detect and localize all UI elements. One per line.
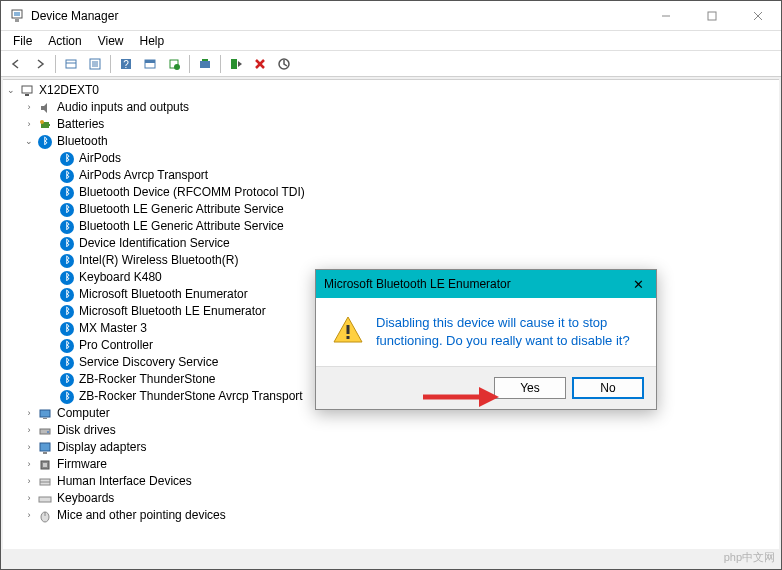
tree-category[interactable]: › Firmware [5,456,777,473]
toolbar-separator [55,55,56,73]
tree-label: Bluetooth Device (RFCOMM Protocol TDI) [79,184,305,201]
titlebar: Device Manager [1,1,781,31]
tree-category[interactable]: › Display adapters [5,439,777,456]
svg-point-18 [174,64,180,70]
tree-category[interactable]: › Keyboards [5,490,777,507]
tree-device[interactable]: ᛒAirPods [5,150,777,167]
expand-icon[interactable]: › [23,459,35,471]
dialog-message: Disabling this device will cause it to s… [376,314,640,350]
tree-category[interactable]: › Human Interface Devices [5,473,777,490]
toolbar: ? [1,51,781,77]
disk-icon [37,423,53,439]
no-button[interactable]: No [572,377,644,399]
minimize-button[interactable] [643,1,689,31]
firmware-icon [37,457,53,473]
tree-device[interactable]: ᛒAirPods Avrcp Transport [5,167,777,184]
tree-category-bluetooth[interactable]: ⌄ ᛒ Bluetooth [5,133,777,150]
svg-rect-21 [231,59,237,69]
display-icon [37,440,53,456]
tree-device[interactable]: ᛒIntel(R) Wireless Bluetooth(R) [5,252,777,269]
update-driver-button[interactable] [194,53,216,75]
tree-category[interactable]: › Mice and other pointing devices [5,507,777,524]
close-button[interactable] [735,1,781,31]
tree-category[interactable]: › Disk drives [5,422,777,439]
toolbar-separator [220,55,221,73]
tree-label: Bluetooth [57,133,108,150]
tree-label: AirPods [79,150,121,167]
tree-label: Audio inputs and outputs [57,99,189,116]
svg-rect-28 [49,124,50,126]
tree-device[interactable]: ᛒBluetooth Device (RFCOMM Protocol TDI) [5,184,777,201]
expand-icon[interactable]: › [23,493,35,505]
menu-file[interactable]: File [5,32,40,50]
tree-label: Firmware [57,456,107,473]
tree-category[interactable]: › Batteries [5,116,777,133]
tree-label: ZB-Rocker ThunderStone Avrcp Transport [79,388,303,405]
dialog-button-row: Yes No [316,366,656,409]
enable-button[interactable] [225,53,247,75]
tree-label: Computer [57,405,110,422]
bluetooth-icon: ᛒ [59,236,75,252]
tree-device[interactable]: ᛒBluetooth LE Generic Attribute Service [5,218,777,235]
svg-rect-46 [347,336,350,339]
tree-root[interactable]: ⌄ X12DEXT0 [5,82,777,99]
collapse-icon[interactable]: ⌄ [5,85,17,97]
bluetooth-icon: ᛒ [59,270,75,286]
tree-device[interactable]: ᛒDevice Identification Service [5,235,777,252]
collapse-icon[interactable]: ⌄ [23,136,35,148]
svg-rect-37 [43,463,47,467]
expand-icon[interactable]: › [23,442,35,454]
scan-hardware-button[interactable] [273,53,295,75]
bluetooth-icon: ᛒ [59,372,75,388]
menu-help[interactable]: Help [132,32,173,50]
tree-label: MX Master 3 [79,320,147,337]
hid-icon [37,474,53,490]
tree-label: Service Discovery Service [79,354,218,371]
tree-label: Microsoft Bluetooth Enumerator [79,286,248,303]
forward-button[interactable] [29,53,51,75]
confirmation-dialog: Microsoft Bluetooth LE Enumerator ✕ Disa… [315,269,657,410]
svg-rect-7 [66,60,76,68]
device-manager-icon [9,8,25,24]
window-title: Device Manager [31,9,643,23]
expand-icon[interactable]: › [23,510,35,522]
dialog-title: Microsoft Bluetooth LE Enumerator [324,277,628,291]
tree-device[interactable]: ᛒBluetooth LE Generic Attribute Service [5,201,777,218]
expand-icon[interactable]: › [23,119,35,131]
bluetooth-icon: ᛒ [59,202,75,218]
uninstall-button[interactable] [249,53,271,75]
bluetooth-icon: ᛒ [37,134,53,150]
menu-view[interactable]: View [90,32,132,50]
svg-rect-30 [40,410,50,417]
action-button[interactable] [139,53,161,75]
expand-icon[interactable]: › [23,425,35,437]
svg-rect-4 [708,12,716,20]
battery-icon [37,117,53,133]
tree-label: AirPods Avrcp Transport [79,167,208,184]
tree-label: Human Interface Devices [57,473,192,490]
scan-button[interactable] [163,53,185,75]
expand-icon[interactable]: › [23,408,35,420]
tree-label: Disk drives [57,422,116,439]
show-hidden-button[interactable] [60,53,82,75]
svg-rect-26 [25,94,29,96]
tree-label: Keyboards [57,490,114,507]
tree-category[interactable]: › Audio inputs and outputs [5,99,777,116]
window-controls [643,1,781,30]
svg-rect-31 [43,418,47,419]
svg-rect-25 [22,86,32,93]
back-button[interactable] [5,53,27,75]
yes-button[interactable]: Yes [494,377,566,399]
expand-icon[interactable]: › [23,476,35,488]
expand-icon[interactable]: › [23,102,35,114]
dialog-titlebar[interactable]: Microsoft Bluetooth LE Enumerator ✕ [316,270,656,298]
bluetooth-icon: ᛒ [59,287,75,303]
bluetooth-icon: ᛒ [59,321,75,337]
menu-action[interactable]: Action [40,32,89,50]
svg-rect-40 [39,497,51,502]
help-button[interactable]: ? [115,53,137,75]
dialog-close-button[interactable]: ✕ [628,277,648,292]
properties-button[interactable] [84,53,106,75]
tree-label: X12DEXT0 [39,82,99,99]
maximize-button[interactable] [689,1,735,31]
